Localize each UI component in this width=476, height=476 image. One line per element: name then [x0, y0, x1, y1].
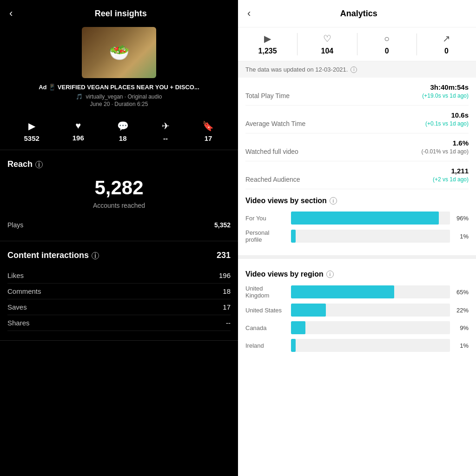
interactions-info-icon[interactable]: i	[92, 252, 99, 259]
reach-info-icon[interactable]: i	[35, 161, 43, 168]
left-header: ‹ Reel insights	[0, 0, 238, 27]
us-bar-row: United States 22%	[245, 304, 469, 317]
share-icon: ✈	[162, 120, 170, 132]
personal-profile-pct: 1%	[454, 233, 469, 240]
stat-shares: ✈ --	[162, 120, 170, 142]
us-bar-container	[291, 304, 450, 317]
analytics-shares: ↗ 0	[417, 33, 476, 55]
uk-bar	[291, 285, 394, 298]
watched-full-label: Watched full video	[245, 148, 298, 155]
plays-metric-value: 5,352	[214, 221, 231, 229]
back-button-left[interactable]: ‹	[9, 7, 13, 20]
canada-bar-container	[291, 321, 450, 334]
uk-bar-container	[291, 285, 450, 298]
us-bar	[291, 304, 326, 317]
interactions-title: Content interactions i	[7, 251, 99, 260]
saves-row: Saves 17	[7, 299, 231, 315]
views-by-region: Video views by region i United Kingdom 6…	[238, 263, 476, 360]
interactions-header: Content interactions i 231	[7, 251, 231, 260]
section-divider	[238, 255, 476, 259]
ad-title: Ad 📱 VERIFIED VEGAN PLACES NEAR YOU + DI…	[0, 84, 238, 91]
comments-label: Comments	[7, 287, 41, 295]
analytics-likes-val: 104	[321, 47, 334, 55]
for-you-bar-row: For You 96%	[245, 212, 469, 225]
for-you-pct: 96%	[454, 215, 469, 222]
analytics-shares-val: 0	[444, 47, 449, 55]
food-image: 🥗	[109, 43, 130, 62]
views-region-info-icon[interactable]: i	[326, 271, 334, 278]
back-button-right[interactable]: ‹	[247, 7, 251, 20]
stat-saves: 🔖 17	[202, 120, 214, 142]
avg-watch-time-val: 10.6s	[425, 111, 469, 119]
watched-full-val: 1.6%	[422, 139, 469, 147]
ireland-bar-container	[291, 339, 450, 352]
total-play-time-val: 3h:40m:54s	[422, 83, 469, 91]
play-icon: ▶	[28, 120, 35, 132]
personal-profile-bar-container	[291, 230, 450, 243]
right-header: ‹ Analytics	[238, 0, 476, 27]
saves-value: 17	[205, 134, 212, 142]
saves-val: 17	[223, 303, 231, 311]
heart-icon: ♥	[75, 120, 81, 131]
total-play-time-row: Total Play Time 3h:40m:54s (+19.0s vs 1d…	[245, 78, 469, 106]
uk-label: United Kingdom	[245, 285, 287, 299]
views-section-info-icon[interactable]: i	[330, 197, 337, 205]
reel-stats-row: ▶ 5352 ♥ 196 💬 18 ✈ -- 🔖 17	[0, 115, 238, 150]
personal-profile-bar	[291, 230, 296, 243]
total-play-time-right: 3h:40m:54s (+19.0s vs 1d ago)	[422, 83, 469, 99]
reached-audience-right: 1,211 (+2 vs 1d ago)	[433, 167, 469, 183]
uk-bar-row: United Kingdom 65%	[245, 285, 469, 299]
stat-plays: ▶ 5352	[24, 120, 39, 142]
canada-pct: 9%	[454, 324, 469, 331]
reach-title: Reach i	[7, 159, 231, 169]
interactions-section: Content interactions i 231 Likes 196 Com…	[0, 241, 238, 341]
comment-icon: 💬	[117, 120, 129, 132]
views-by-section: Video views by section i For You 96% Per…	[238, 189, 476, 251]
analytics-plays: ▶ 1,235	[238, 33, 298, 55]
likes-value: 196	[73, 134, 84, 142]
personal-profile-bar-row: Personal profile 1%	[245, 229, 469, 243]
ireland-pct: 1%	[454, 342, 469, 349]
analytics-comment-icon: ○	[384, 33, 390, 44]
ireland-label: Ireland	[245, 342, 287, 349]
likes-val: 196	[219, 271, 231, 279]
analytics-comments-val: 0	[385, 47, 389, 55]
watched-full-change: (-0.01% vs 1d ago)	[422, 148, 469, 155]
plays-metric-row: Plays 5,352	[7, 218, 231, 231]
reach-label: Accounts reached	[7, 202, 231, 209]
for-you-bar	[291, 212, 439, 225]
reached-audience-val: 1,211	[433, 167, 469, 175]
total-play-time-change: (+19.0s vs 1d ago)	[422, 93, 469, 99]
canada-label: Canada	[245, 324, 287, 331]
ireland-bar-row: Ireland 1%	[245, 339, 469, 352]
reel-thumbnail: 🥗	[82, 27, 156, 78]
plays-label: Plays	[7, 221, 23, 229]
likes-label: Likes	[7, 271, 24, 279]
analytics-likes: ♡ 104	[298, 33, 357, 55]
reel-date: June 20 · Duration 6:25	[0, 101, 238, 107]
canada-bar	[291, 321, 305, 334]
analytics-share-icon: ↗	[443, 33, 450, 44]
reach-number: 5,282	[7, 177, 231, 199]
uk-pct: 65%	[454, 289, 469, 296]
shares-val: --	[226, 319, 231, 327]
for-you-label: For You	[245, 215, 287, 222]
comments-value: 18	[119, 134, 127, 142]
shares-row: Shares --	[7, 315, 231, 331]
bookmark-icon: 🔖	[202, 120, 214, 132]
watched-full-right: 1.6% (-0.01% vs 1d ago)	[422, 139, 469, 155]
analytics-metrics: Total Play Time 3h:40m:54s (+19.0s vs 1d…	[238, 78, 476, 189]
avg-watch-time-right: 10.6s (+0.1s vs 1d ago)	[425, 111, 469, 127]
shares-label: Shares	[7, 319, 30, 327]
plays-value: 5352	[24, 134, 39, 142]
comments-row: Comments 18	[7, 284, 231, 299]
avg-watch-time-row: Average Watch Time 10.6s (+0.1s vs 1d ag…	[245, 106, 469, 133]
avg-watch-time-change: (+0.1s vs 1d ago)	[425, 120, 469, 127]
analytics-comments: ○ 0	[357, 33, 417, 55]
views-by-region-title: Video views by region i	[245, 270, 469, 278]
ireland-bar	[291, 339, 296, 352]
reel-meta: 🎵 virtually_vegan · Original audio	[0, 93, 238, 100]
data-update-info-icon[interactable]: i	[350, 66, 357, 73]
right-panel: ‹ Analytics ▶ 1,235 ♡ 104 ○ 0 ↗ 0 The da…	[238, 0, 476, 476]
watched-full-video-row: Watched full video 1.6% (-0.01% vs 1d ag…	[245, 133, 469, 161]
